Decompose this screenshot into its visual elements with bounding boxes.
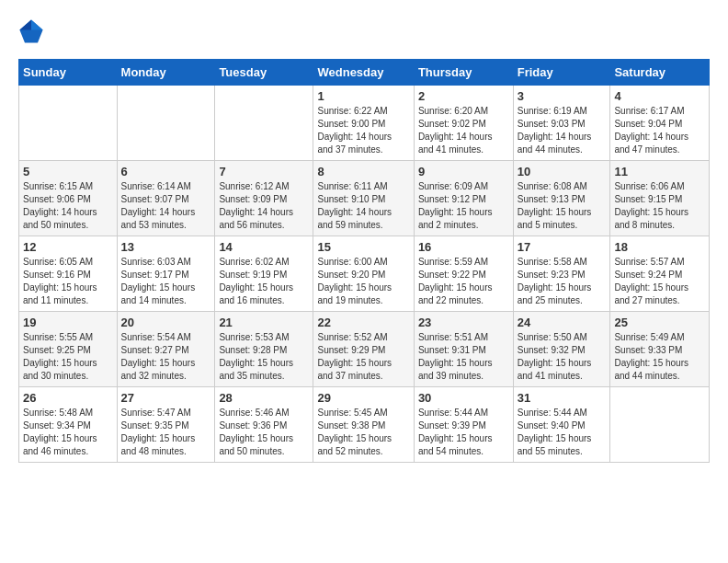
day-number: 27 [121,391,211,405]
calendar-cell: 6Sunrise: 6:14 AM Sunset: 9:07 PM Daylig… [117,161,215,236]
day-info: Sunrise: 6:12 AM Sunset: 9:09 PM Dayligh… [219,180,309,232]
weekday-header-thursday: Thursday [414,60,513,86]
day-info: Sunrise: 5:47 AM Sunset: 9:35 PM Dayligh… [121,407,211,458]
day-number: 7 [219,165,309,178]
day-number: 2 [418,89,509,103]
day-info: Sunrise: 5:51 AM Sunset: 9:31 PM Dayligh… [418,331,509,383]
calendar-cell: 23Sunrise: 5:51 AM Sunset: 9:31 PM Dayli… [414,312,513,387]
day-number: 24 [518,316,607,329]
calendar-cell: 9Sunrise: 6:09 AM Sunset: 9:12 PM Daylig… [414,161,513,236]
day-info: Sunrise: 5:54 AM Sunset: 9:27 PM Dayligh… [121,331,211,383]
calendar-week-row: 5Sunrise: 6:15 AM Sunset: 9:06 PM Daylig… [19,161,710,236]
day-number: 5 [23,165,113,178]
calendar-cell: 25Sunrise: 5:49 AM Sunset: 9:33 PM Dayli… [610,312,710,387]
calendar-cell: 7Sunrise: 6:12 AM Sunset: 9:09 PM Daylig… [215,161,313,236]
calendar-cell [117,86,215,161]
day-info: Sunrise: 6:09 AM Sunset: 9:12 PM Dayligh… [418,180,509,232]
calendar-week-row: 12Sunrise: 6:05 AM Sunset: 9:16 PM Dayli… [19,236,710,312]
calendar-cell: 31Sunrise: 5:44 AM Sunset: 9:40 PM Dayli… [513,387,610,463]
day-info: Sunrise: 5:57 AM Sunset: 9:24 PM Dayligh… [614,256,705,307]
weekday-header-tuesday: Tuesday [215,60,313,86]
calendar-cell [215,86,313,161]
day-number: 13 [121,240,211,254]
day-info: Sunrise: 6:22 AM Sunset: 9:00 PM Dayligh… [317,105,409,156]
calendar-cell: 24Sunrise: 5:50 AM Sunset: 9:32 PM Dayli… [513,312,610,387]
day-number: 8 [317,165,409,178]
day-info: Sunrise: 6:06 AM Sunset: 9:15 PM Dayligh… [614,180,705,232]
calendar-cell [610,387,710,463]
calendar-cell: 13Sunrise: 6:03 AM Sunset: 9:17 PM Dayli… [117,236,215,312]
day-number: 23 [418,316,509,329]
calendar-cell: 2Sunrise: 6:20 AM Sunset: 9:02 PM Daylig… [414,86,513,161]
calendar-table: SundayMondayTuesdayWednesdayThursdayFrid… [18,59,710,463]
calendar-week-row: 19Sunrise: 5:55 AM Sunset: 9:25 PM Dayli… [19,312,710,387]
calendar-cell: 18Sunrise: 5:57 AM Sunset: 9:24 PM Dayli… [610,236,710,312]
day-info: Sunrise: 5:44 AM Sunset: 9:39 PM Dayligh… [418,407,509,458]
calendar-cell: 4Sunrise: 6:17 AM Sunset: 9:04 PM Daylig… [610,86,710,161]
calendar-week-row: 26Sunrise: 5:48 AM Sunset: 9:34 PM Dayli… [19,387,710,463]
calendar-cell: 8Sunrise: 6:11 AM Sunset: 9:10 PM Daylig… [313,161,414,236]
day-number: 11 [614,165,705,178]
day-info: Sunrise: 5:49 AM Sunset: 9:33 PM Dayligh… [614,331,705,383]
calendar-cell: 19Sunrise: 5:55 AM Sunset: 9:25 PM Dayli… [19,312,118,387]
day-number: 19 [23,316,113,329]
calendar-cell: 29Sunrise: 5:45 AM Sunset: 9:38 PM Dayli… [313,387,414,463]
day-info: Sunrise: 6:02 AM Sunset: 9:19 PM Dayligh… [219,256,309,307]
calendar-cell: 21Sunrise: 5:53 AM Sunset: 9:28 PM Dayli… [215,312,313,387]
day-number: 29 [317,391,409,405]
calendar-cell: 10Sunrise: 6:08 AM Sunset: 9:13 PM Dayli… [513,161,610,236]
calendar-header: SundayMondayTuesdayWednesdayThursdayFrid… [19,60,710,86]
calendar-body: 1Sunrise: 6:22 AM Sunset: 9:00 PM Daylig… [19,86,710,463]
day-info: Sunrise: 6:11 AM Sunset: 9:10 PM Dayligh… [317,180,409,232]
day-info: Sunrise: 5:58 AM Sunset: 9:23 PM Dayligh… [518,256,607,307]
calendar-cell: 11Sunrise: 6:06 AM Sunset: 9:15 PM Dayli… [610,161,710,236]
calendar-cell: 16Sunrise: 5:59 AM Sunset: 9:22 PM Dayli… [414,236,513,312]
day-number: 12 [23,240,113,254]
weekday-row: SundayMondayTuesdayWednesdayThursdayFrid… [19,60,710,86]
calendar-cell: 20Sunrise: 5:54 AM Sunset: 9:27 PM Dayli… [117,312,215,387]
calendar-cell: 15Sunrise: 6:00 AM Sunset: 9:20 PM Dayli… [313,236,414,312]
day-number: 26 [23,391,113,405]
day-number: 30 [418,391,509,405]
weekday-header-saturday: Saturday [610,60,710,86]
day-info: Sunrise: 6:08 AM Sunset: 9:13 PM Dayligh… [518,180,607,232]
day-number: 16 [418,240,509,254]
calendar-cell: 14Sunrise: 6:02 AM Sunset: 9:19 PM Dayli… [215,236,313,312]
day-info: Sunrise: 6:19 AM Sunset: 9:03 PM Dayligh… [518,105,607,156]
day-info: Sunrise: 6:03 AM Sunset: 9:17 PM Dayligh… [121,256,211,307]
day-number: 4 [614,89,705,103]
calendar-cell: 26Sunrise: 5:48 AM Sunset: 9:34 PM Dayli… [19,387,118,463]
calendar-cell: 17Sunrise: 5:58 AM Sunset: 9:23 PM Dayli… [513,236,610,312]
day-info: Sunrise: 5:53 AM Sunset: 9:28 PM Dayligh… [219,331,309,383]
day-info: Sunrise: 6:14 AM Sunset: 9:07 PM Dayligh… [121,180,211,232]
weekday-header-sunday: Sunday [19,60,118,86]
day-number: 22 [317,316,409,329]
svg-marker-1 [31,19,43,29]
page: SundayMondayTuesdayWednesdayThursdayFrid… [0,0,728,481]
day-number: 14 [219,240,309,254]
day-number: 9 [418,165,509,178]
logo [18,18,46,44]
day-info: Sunrise: 6:15 AM Sunset: 9:06 PM Dayligh… [23,180,113,232]
calendar-cell: 12Sunrise: 6:05 AM Sunset: 9:16 PM Dayli… [19,236,118,312]
day-number: 31 [518,391,607,405]
day-info: Sunrise: 5:46 AM Sunset: 9:36 PM Dayligh… [219,407,309,458]
logo-icon [18,18,44,44]
day-info: Sunrise: 5:52 AM Sunset: 9:29 PM Dayligh… [317,331,409,383]
weekday-header-wednesday: Wednesday [313,60,414,86]
day-number: 15 [317,240,409,254]
day-info: Sunrise: 5:45 AM Sunset: 9:38 PM Dayligh… [317,407,409,458]
svg-marker-2 [19,19,31,29]
calendar-cell: 5Sunrise: 6:15 AM Sunset: 9:06 PM Daylig… [19,161,118,236]
day-number: 3 [518,89,607,103]
day-number: 6 [121,165,211,178]
day-number: 17 [518,240,607,254]
day-info: Sunrise: 5:50 AM Sunset: 9:32 PM Dayligh… [518,331,607,383]
calendar-cell: 1Sunrise: 6:22 AM Sunset: 9:00 PM Daylig… [313,86,414,161]
weekday-header-monday: Monday [117,60,215,86]
header [18,18,710,44]
day-info: Sunrise: 5:59 AM Sunset: 9:22 PM Dayligh… [418,256,509,307]
day-number: 10 [518,165,607,178]
day-number: 20 [121,316,211,329]
day-info: Sunrise: 6:17 AM Sunset: 9:04 PM Dayligh… [614,105,705,156]
